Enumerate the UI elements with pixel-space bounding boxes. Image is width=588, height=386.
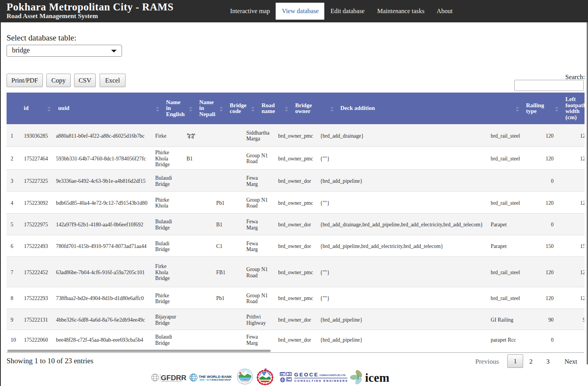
svg-text:CONSULTING ENGINEERS: CONSULTING ENGINEERS [295,379,348,383]
svg-text:THE WORLD BANK: THE WORLD BANK [199,375,232,379]
svg-text:icem: icem [365,371,390,384]
svg-text:WORLD BANK GROUP: WORLD BANK GROUP [212,379,231,381]
svg-text:GEOCE: GEOCE [294,372,319,378]
svg-text:POKHARA METROPOLITAN CITY: POKHARA METROPOLITAN CITY [239,382,251,383]
svg-text:CONSULTANTS (P) LTD.: CONSULTANTS (P) LTD. [320,374,346,376]
svg-text:IBRD • IDA: IBRD • IDA [200,379,210,381]
svg-text:Global Facility for Disaster R: Global Facility for Disaster Reduction a… [161,381,182,382]
